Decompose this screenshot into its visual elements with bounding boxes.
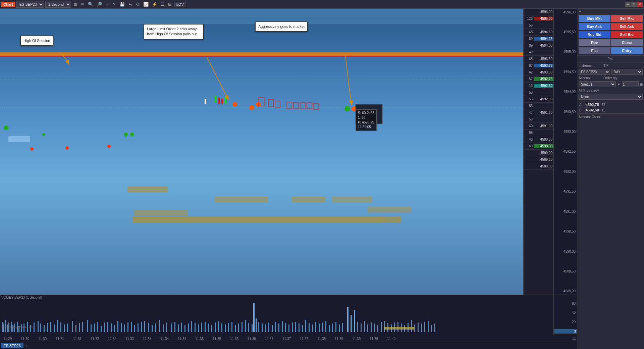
svg-rect-151 xyxy=(357,322,358,332)
svg-text:11:32: 11:32 xyxy=(108,337,116,341)
callout-aggressively: Aggressively goes to market xyxy=(255,21,308,32)
svg-rect-6 xyxy=(127,187,168,193)
svg-point-26 xyxy=(42,133,45,136)
settings2-icon[interactable]: ⊞ xyxy=(167,2,173,7)
right-panel: F Buy Mkt Sell Mkt Buy Ask Sell Ask Buy … xyxy=(577,9,644,349)
account-label: Account xyxy=(579,76,602,80)
period-select[interactable]: DAY xyxy=(611,69,643,75)
svg-text:11:37: 11:37 xyxy=(300,337,308,341)
svg-rect-58 xyxy=(40,323,41,332)
sell-bid-button[interactable]: Sell Bid xyxy=(611,31,643,38)
svg-text:11:39: 11:39 xyxy=(352,337,361,341)
svg-rect-143 xyxy=(319,323,320,332)
svg-rect-91 xyxy=(155,323,156,332)
bid-price: 4592,50 xyxy=(586,108,599,112)
svg-rect-29 xyxy=(218,98,220,104)
sell-ask-button[interactable]: Sell Ask xyxy=(611,23,643,30)
expand-icon[interactable] xyxy=(572,336,576,341)
svg-rect-132 xyxy=(282,321,283,332)
maximize-button[interactable]: □ xyxy=(631,2,637,7)
svg-rect-170 xyxy=(421,323,422,332)
zoom-in-icon[interactable]: 🔍 xyxy=(87,2,94,7)
properties-icon[interactable]: ⚙ xyxy=(135,2,141,7)
svg-rect-146 xyxy=(329,325,330,332)
svg-rect-154 xyxy=(367,325,368,332)
order-qty-grid-icon[interactable]: ⊞ xyxy=(640,83,643,86)
svg-rect-121 xyxy=(241,322,243,332)
svg-rect-87 xyxy=(141,322,142,332)
account-select[interactable]: Sim101 xyxy=(579,81,616,87)
tooltip-line2: 1: 60 xyxy=(358,115,374,120)
draw-icon[interactable]: ✏ xyxy=(80,2,86,7)
close-button[interactable]: ✕ xyxy=(637,2,643,7)
instrument-ticker-select[interactable]: ES SEP23 xyxy=(579,69,610,75)
volume-label: VOL/ES SEP23 (1 Second) xyxy=(1,296,42,299)
tab-add-button[interactable]: + xyxy=(24,343,30,348)
crosshair-icon[interactable]: ✛ xyxy=(104,2,110,7)
print-icon[interactable]: 🖨 xyxy=(127,2,133,7)
buy-bid-button[interactable]: Buy Bid xyxy=(579,31,610,38)
vol-scale-60: 60 xyxy=(554,302,577,305)
svg-rect-70 xyxy=(82,322,83,332)
svg-rect-59 xyxy=(44,325,45,332)
svg-rect-130 xyxy=(275,322,276,332)
chart-svg xyxy=(0,9,523,295)
price-row: 894594,00 xyxy=(524,42,553,49)
svg-rect-113 xyxy=(215,322,216,332)
tab-es-sep23[interactable]: ES SEP23 xyxy=(1,343,23,348)
bid-row: B: 4592,50 13 xyxy=(577,107,644,113)
svg-text:11:34: 11:34 xyxy=(160,337,169,341)
atm-select[interactable]: None xyxy=(579,94,643,100)
panel-divider-3 xyxy=(577,101,644,101)
svg-text:11:37: 11:37 xyxy=(282,337,291,341)
zoom-out-icon[interactable]: 🔎 xyxy=(96,2,103,7)
svg-rect-74 xyxy=(97,322,98,332)
svg-text:11:35: 11:35 xyxy=(230,337,238,341)
rev-button[interactable]: Rev xyxy=(579,39,610,46)
buy-mkt-button[interactable]: Buy Mkt xyxy=(579,15,610,22)
order-qty-dropdown[interactable]: ▼ xyxy=(617,83,621,86)
price-row: 684594,50 xyxy=(524,29,553,36)
svg-rect-30 xyxy=(221,99,223,104)
svg-rect-62 xyxy=(54,325,55,332)
svg-rect-103 xyxy=(181,322,182,332)
buy-ask-button[interactable]: Buy Ask xyxy=(579,23,610,30)
svg-text:11:39: 11:39 xyxy=(370,337,378,341)
svg-rect-111 xyxy=(208,323,209,332)
timeframe-select[interactable]: 1 Second xyxy=(45,1,71,8)
price-row: 53 xyxy=(524,116,553,123)
save-icon[interactable]: 💾 xyxy=(118,2,126,7)
indicator-icon[interactable]: 📈 xyxy=(142,2,150,7)
cursor-icon[interactable]: ↖ xyxy=(111,2,117,7)
chart-canvas[interactable]: High Of Session Large Limit Order 2 tick… xyxy=(0,9,523,295)
flat-button[interactable]: Flat xyxy=(579,47,610,54)
scale-4595-50: 4595,50 xyxy=(554,29,577,35)
svg-text:11:39: 11:39 xyxy=(335,337,343,341)
sell-mkt-button[interactable]: Sell Mkt xyxy=(611,15,643,22)
scale-4589-50: 4589,50 xyxy=(554,268,577,275)
svg-text:11:33: 11:33 xyxy=(125,337,134,341)
order-qty-label: Order qty xyxy=(603,76,627,80)
price-row: 55 xyxy=(524,130,553,136)
instrument-select[interactable]: ES SEP23 xyxy=(16,1,44,8)
scale-4590-50: 4590,50 xyxy=(554,228,577,235)
toolbar: Chart ES SEP23 1 Second ▦ ✏ 🔍 🔎 ✛ ↖ 💾 🖨 … xyxy=(0,0,644,9)
svg-rect-11 xyxy=(367,207,411,213)
svg-rect-66 xyxy=(67,323,68,332)
bar-chart-icon[interactable]: ▦ xyxy=(72,2,78,7)
price-row-highlighted: 684590,00 xyxy=(524,143,553,150)
svg-point-16 xyxy=(232,102,237,107)
svg-rect-89 xyxy=(148,323,149,332)
order-qty-input[interactable] xyxy=(622,81,639,87)
window-controls: ─ □ ✕ xyxy=(625,2,643,7)
minimize-button[interactable]: ─ xyxy=(625,2,631,7)
svg-rect-64 xyxy=(60,322,61,332)
filter-icon[interactable]: ☰ xyxy=(160,2,166,7)
strategy-icon[interactable]: ⚡ xyxy=(151,2,158,7)
entry-button[interactable]: Entry xyxy=(611,47,643,54)
close-position-button[interactable]: Close xyxy=(611,39,643,46)
atm-label-row: ATM Strategy xyxy=(577,88,644,93)
price-row-bid: 134592,50 xyxy=(524,83,553,89)
svg-rect-99 xyxy=(354,310,355,332)
vol-scale-3: 3 xyxy=(554,329,577,334)
